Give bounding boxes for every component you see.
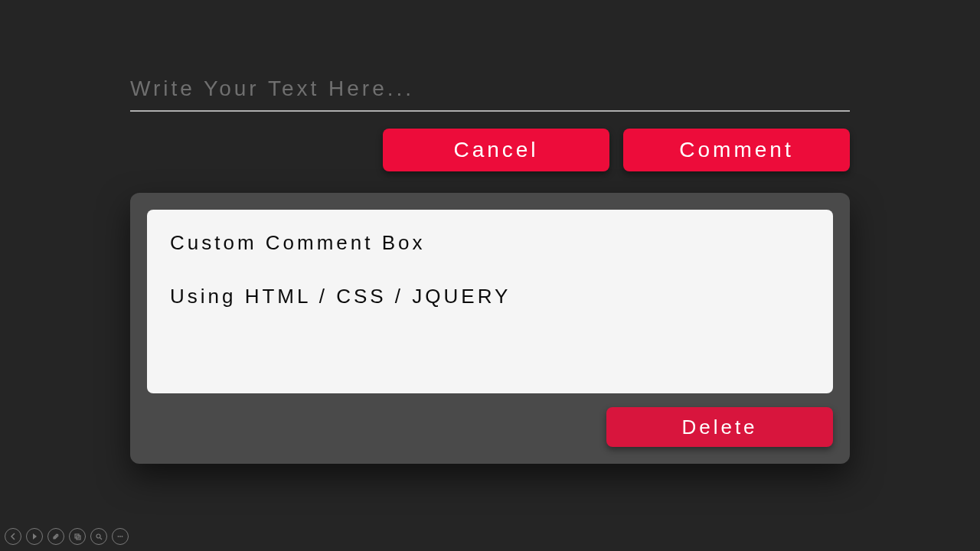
svg-point-5 [119, 536, 121, 537]
svg-point-4 [118, 536, 119, 537]
prev-icon[interactable] [5, 528, 21, 545]
svg-point-6 [122, 536, 123, 537]
more-icon[interactable] [112, 528, 129, 545]
edit-icon[interactable] [47, 528, 64, 545]
input-row [130, 77, 850, 112]
copy-icon[interactable] [69, 528, 86, 545]
delete-button[interactable]: Delete [606, 407, 833, 447]
play-icon[interactable] [26, 528, 43, 545]
zoom-icon[interactable] [90, 528, 107, 545]
comment-box-container: Cancel Comment Custom Comment Box Using … [130, 0, 850, 464]
svg-line-3 [100, 538, 103, 540]
comment-panel: Custom Comment Box Using HTML / CSS / JQ… [130, 193, 850, 464]
comment-card: Custom Comment Box Using HTML / CSS / JQ… [147, 210, 833, 393]
comment-button[interactable]: Comment [623, 129, 850, 171]
comment-input[interactable] [130, 77, 850, 101]
cancel-button[interactable]: Cancel [383, 129, 609, 171]
panel-actions: Delete [147, 407, 833, 447]
svg-point-2 [96, 534, 100, 538]
media-bar [5, 528, 129, 545]
action-row: Cancel Comment [130, 129, 850, 171]
